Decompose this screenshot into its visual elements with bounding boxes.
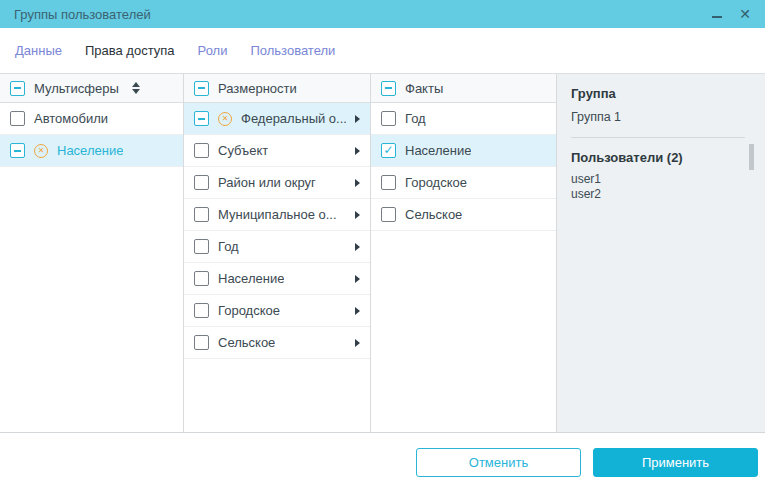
sort-icon[interactable] xyxy=(132,82,140,94)
row-label: Городское xyxy=(218,303,280,318)
dimensions-column: Размерности ✕ Федеральный о... Субъект Р… xyxy=(184,74,371,432)
table-row[interactable]: Район или округ xyxy=(184,167,370,199)
column-title: Факты xyxy=(405,81,443,96)
row-label: Год xyxy=(218,239,239,254)
row-label: Население xyxy=(405,143,471,158)
group-name: Группа 1 xyxy=(571,110,751,124)
row-checkbox[interactable] xyxy=(381,207,396,222)
expand-arrow-icon[interactable] xyxy=(355,179,360,187)
column-title: Размерности xyxy=(218,81,297,96)
select-all-checkbox[interactable] xyxy=(381,81,396,96)
expand-arrow-icon[interactable] xyxy=(355,275,360,283)
row-checkbox[interactable] xyxy=(194,143,209,158)
row-checkbox[interactable] xyxy=(10,111,25,126)
tab-access-rights[interactable]: Права доступа xyxy=(85,43,175,58)
table-row[interactable]: ✕ Население xyxy=(0,135,183,167)
table-row[interactable]: Городское xyxy=(371,167,556,199)
row-checkbox[interactable] xyxy=(381,111,396,126)
table-row[interactable]: Муниципальное о... xyxy=(184,199,370,231)
select-all-checkbox[interactable] xyxy=(10,81,25,96)
table-row[interactable]: Городское xyxy=(184,295,370,327)
row-label: Федеральный о... xyxy=(241,111,346,126)
users-label: Пользователи (2) xyxy=(571,150,751,165)
table-row[interactable]: Сельское xyxy=(184,327,370,359)
row-label: Сельское xyxy=(405,207,462,222)
group-label: Группа xyxy=(571,86,751,101)
tab-bar: Данные Права доступа Роли Пользователи xyxy=(0,28,765,73)
users-list: user1 user2 xyxy=(571,172,751,202)
multispheres-header[interactable]: Мультисферы xyxy=(0,74,183,103)
apply-button[interactable]: Применить xyxy=(593,448,758,477)
user-groups-dialog: Группы пользователей ✕ Данные Права дост… xyxy=(0,0,765,492)
excluded-icon: ✕ xyxy=(218,112,232,126)
expand-arrow-icon[interactable] xyxy=(355,243,360,251)
table-row[interactable]: Год xyxy=(371,103,556,135)
divider xyxy=(571,137,745,138)
row-checkbox[interactable] xyxy=(194,239,209,254)
facts-column: Факты Год Население Городское Сельское xyxy=(371,74,557,432)
facts-header[interactable]: Факты xyxy=(371,74,556,103)
tab-roles[interactable]: Роли xyxy=(198,43,228,58)
row-checkbox[interactable] xyxy=(194,335,209,350)
table-row[interactable]: Сельское xyxy=(371,199,556,231)
row-checkbox[interactable] xyxy=(194,271,209,286)
row-checkbox[interactable] xyxy=(194,303,209,318)
table-row[interactable]: Автомобили xyxy=(0,103,183,135)
list-item: user2 xyxy=(571,187,751,202)
row-label: Городское xyxy=(405,175,467,190)
scrollbar-thumb[interactable] xyxy=(749,144,754,170)
expand-arrow-icon[interactable] xyxy=(355,307,360,315)
expand-arrow-icon[interactable] xyxy=(355,115,360,123)
tab-data[interactable]: Данные xyxy=(15,43,62,58)
row-label: Население xyxy=(57,143,123,158)
row-checkbox[interactable] xyxy=(381,143,396,158)
sort-asc-icon xyxy=(132,82,140,87)
group-details-panel: Группа Группа 1 Пользователи (2) user1 u… xyxy=(557,74,765,432)
select-all-checkbox[interactable] xyxy=(194,81,209,96)
excluded-icon: ✕ xyxy=(34,144,48,158)
expand-arrow-icon[interactable] xyxy=(355,147,360,155)
row-label: Муниципальное о... xyxy=(218,207,337,222)
window-title: Группы пользователей xyxy=(14,7,151,22)
table-row[interactable]: Население xyxy=(371,135,556,167)
expand-arrow-icon[interactable] xyxy=(355,339,360,347)
row-checkbox[interactable] xyxy=(194,175,209,190)
row-checkbox[interactable] xyxy=(381,175,396,190)
row-checkbox[interactable] xyxy=(194,207,209,222)
access-rights-content: Мультисферы Автомобили ✕ Население Разме… xyxy=(0,73,765,433)
row-checkbox[interactable] xyxy=(194,111,209,126)
tab-users[interactable]: Пользователи xyxy=(250,43,335,58)
titlebar: Группы пользователей ✕ xyxy=(0,0,765,28)
dialog-footer: Отменить Применить xyxy=(0,433,765,492)
expand-arrow-icon[interactable] xyxy=(355,211,360,219)
row-label: Год xyxy=(405,111,426,126)
minimize-icon xyxy=(712,16,722,18)
multispheres-column: Мультисферы Автомобили ✕ Население xyxy=(0,74,184,432)
list-item: user1 xyxy=(571,172,751,187)
table-row[interactable]: Год xyxy=(184,231,370,263)
row-checkbox[interactable] xyxy=(10,143,25,158)
column-title: Мультисферы xyxy=(34,81,119,96)
table-row[interactable]: Субъект xyxy=(184,135,370,167)
sort-desc-icon xyxy=(132,89,140,94)
row-label: Автомобили xyxy=(34,111,108,126)
close-button[interactable]: ✕ xyxy=(733,3,757,25)
row-label: Сельское xyxy=(218,335,275,350)
table-row[interactable]: ✕ Федеральный о... xyxy=(184,103,370,135)
minimize-button[interactable] xyxy=(705,3,729,25)
row-label: Субъект xyxy=(218,143,268,158)
table-row[interactable]: Население xyxy=(184,263,370,295)
window-controls: ✕ xyxy=(705,3,757,25)
row-label: Население xyxy=(218,271,284,286)
dimensions-header[interactable]: Размерности xyxy=(184,74,370,103)
close-icon: ✕ xyxy=(739,7,751,21)
cancel-button[interactable]: Отменить xyxy=(416,448,581,477)
row-label: Район или округ xyxy=(218,175,316,190)
